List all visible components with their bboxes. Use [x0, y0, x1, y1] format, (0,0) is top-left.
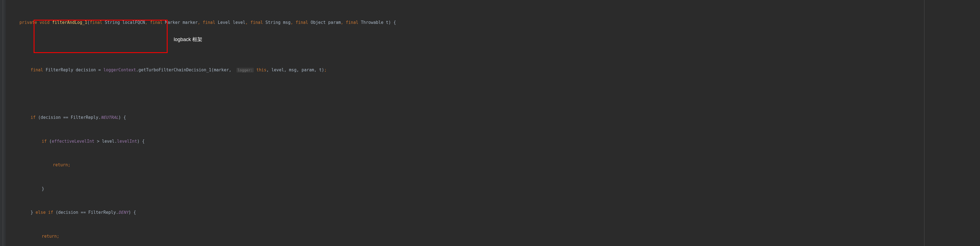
code-line[interactable]: final FilterReply decision = loggerConte… — [19, 66, 980, 74]
param-name: t — [386, 20, 388, 25]
method-call: .getTurboFilterChainDecision_1(marker, — [136, 67, 231, 73]
keyword-final: final — [30, 67, 43, 73]
code-editor[interactable]: private void filterAndLog_1(final String… — [0, 0, 980, 246]
fold-indicator-line — [3, 0, 3, 246]
operator: = — [99, 67, 101, 73]
field-ref: effectiveLevelInt — [52, 139, 94, 144]
comma: , — [197, 20, 200, 25]
keyword-else: else — [36, 210, 46, 215]
paren: ( — [87, 20, 90, 25]
semicolon: ; — [324, 67, 326, 73]
comma: , — [145, 20, 148, 25]
keyword-final: final — [250, 20, 263, 25]
keyword-return: return — [53, 162, 68, 167]
method-name: filterAndLog_1 — [52, 20, 87, 25]
var-ref: level. — [102, 139, 117, 144]
keyword-if: if — [48, 210, 53, 215]
comma: , — [341, 20, 343, 25]
var-type: FilterReply — [46, 67, 73, 73]
close-brace: ) { — [137, 139, 145, 144]
keyword-final: final — [346, 20, 358, 25]
constant: NEUTRAL — [101, 115, 118, 120]
param-hint: logger: — [237, 68, 254, 73]
keyword-this: this — [256, 67, 266, 73]
keyword-private: private — [19, 20, 37, 25]
keyword-void: void — [40, 20, 49, 25]
brace: } — [42, 186, 44, 191]
keyword-final: final — [90, 20, 102, 25]
param-type: Object — [311, 20, 326, 25]
keyword-return: return — [42, 234, 57, 239]
paren: ) { — [388, 20, 396, 25]
keyword-if: if — [30, 115, 36, 120]
args-rest: , level, msg, param, t) — [267, 67, 325, 73]
code-content[interactable]: private void filterAndLog_1(final String… — [6, 3, 980, 246]
keyword-if: if — [42, 139, 47, 144]
param-name: msg — [283, 20, 290, 25]
close-brace: ) { — [118, 115, 126, 120]
condition: (decision == FilterReply. — [53, 210, 118, 215]
comma: , — [290, 20, 293, 25]
field-ref: loggerContext — [103, 67, 136, 73]
brace: } — [30, 210, 33, 215]
operator: > — [94, 139, 102, 144]
param-type: Throwable — [361, 20, 383, 25]
code-line[interactable]: private void filterAndLog_1(final String… — [19, 19, 980, 27]
semicolon: ; — [68, 162, 70, 167]
code-line[interactable]: if (effectiveLevelInt > level.levelInt) … — [19, 137, 980, 146]
param-type: String — [266, 20, 280, 25]
keyword-final: final — [150, 20, 162, 25]
constant: DENY — [118, 210, 129, 215]
semicolon: ; — [57, 234, 59, 239]
code-line[interactable]: } else if (decision == FilterReply.DENY)… — [19, 208, 980, 217]
param-name: param — [328, 20, 341, 25]
field-ref: levelInt — [117, 139, 137, 144]
gutter — [0, 0, 6, 246]
var-name: decision — [76, 67, 96, 73]
code-line-blank[interactable] — [19, 90, 980, 98]
annotation-label: logback 框架 — [174, 35, 202, 44]
code-line[interactable]: return; — [19, 161, 980, 169]
comma: , — [245, 20, 248, 25]
code-line[interactable]: return; — [19, 232, 980, 240]
param-name: localFQCN — [122, 20, 145, 25]
condition: (decision == FilterReply. — [36, 115, 101, 120]
param-type: Marker — [165, 20, 180, 25]
keyword-final: final — [203, 20, 215, 25]
keyword-final: final — [296, 20, 308, 25]
param-type: String — [105, 20, 120, 25]
code-line-blank[interactable] — [19, 43, 980, 51]
paren-open: ( — [47, 139, 52, 144]
param-name: marker — [183, 20, 197, 25]
code-line[interactable]: } — [19, 185, 980, 193]
param-name: level — [233, 20, 245, 25]
close-brace: ) { — [129, 210, 136, 215]
code-line[interactable]: if (decision == FilterReply.NEUTRAL) { — [19, 114, 980, 122]
param-type: Level — [218, 20, 230, 25]
